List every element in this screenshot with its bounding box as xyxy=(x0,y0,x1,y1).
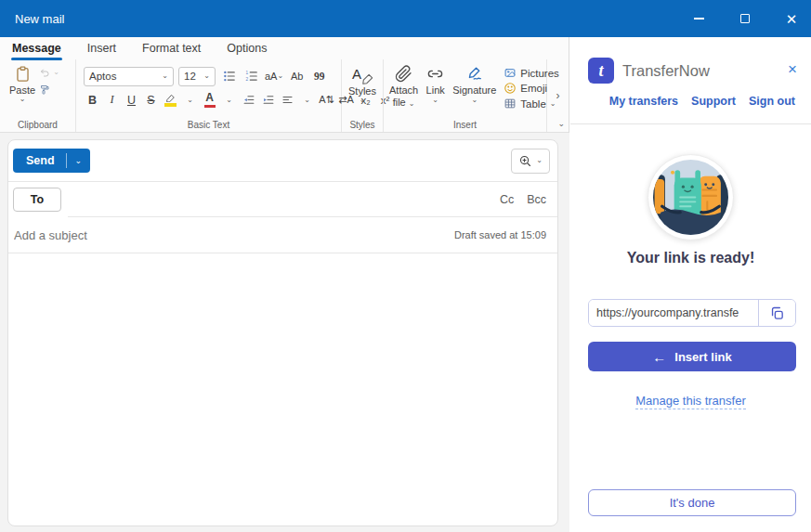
its-done-button[interactable]: It's done xyxy=(588,489,796,516)
decrease-indent-icon xyxy=(242,94,256,106)
chevron-down-icon: ⌄ xyxy=(20,96,26,103)
send-options-dropdown[interactable]: ⌄ xyxy=(67,156,91,165)
signature-icon xyxy=(464,65,485,83)
highlight-dropdown[interactable]: ⌄ xyxy=(181,90,199,110)
left-arrow-icon: ← xyxy=(652,349,666,365)
styles-group-label: Styles xyxy=(342,120,383,130)
font-name-select[interactable]: Aptos ⌄ xyxy=(84,67,174,86)
to-button[interactable]: To xyxy=(13,188,61,212)
chevron-down-icon: ⌄ xyxy=(203,72,210,80)
insert-link-label: Insert link xyxy=(674,350,731,364)
close-icon: × xyxy=(788,60,797,78)
message-body[interactable] xyxy=(8,253,557,526)
send-row: Send ⌄ ⌄ xyxy=(8,140,557,182)
change-case-button[interactable]: aA⌄ xyxy=(265,67,283,86)
ribbon-tabs: Message Insert Format text Options xyxy=(0,37,569,59)
window-title: New mail xyxy=(15,12,64,26)
align-dropdown[interactable]: ⌄ xyxy=(298,90,316,110)
pictures-icon xyxy=(504,67,517,79)
send-split-button[interactable]: Send ⌄ xyxy=(13,149,90,173)
attach-file-button[interactable]: Attachfile ⌄ xyxy=(389,65,418,110)
share-link-input[interactable] xyxy=(589,300,758,326)
paste-button[interactable]: Paste ⌄ xyxy=(9,65,35,103)
clipboard-icon xyxy=(14,65,32,84)
change-case-label: aA xyxy=(265,71,277,82)
copy-link-button[interactable] xyxy=(758,300,795,326)
format-painter-button[interactable] xyxy=(39,84,59,97)
paperclip-icon xyxy=(395,65,412,83)
chevron-down-icon: ⌄ xyxy=(53,69,59,76)
line-spacing-icon: A⇅ xyxy=(319,94,334,106)
subject-row: Draft saved at 15:09 xyxy=(8,217,557,253)
italic-button[interactable]: I xyxy=(103,90,121,110)
compose-region: Message Insert Format text Options Paste… xyxy=(0,37,569,532)
bcc-button[interactable]: Bcc xyxy=(527,193,546,206)
undo-button[interactable]: ⌄ xyxy=(39,67,59,78)
insert-link-button[interactable]: ← Insert link xyxy=(588,342,796,371)
align-icon xyxy=(281,95,294,106)
line-spacing-button[interactable]: A⇅ xyxy=(318,90,335,110)
ribbon-overflow: › ⌄ xyxy=(547,59,569,132)
blockquote-button[interactable]: 99 xyxy=(310,67,328,86)
emoji-label: Emoji xyxy=(520,83,547,94)
nav-support[interactable]: Support xyxy=(691,95,736,108)
chevron-down-icon: ⌄ xyxy=(162,72,168,80)
chevron-down-icon: ⌄ xyxy=(75,156,83,165)
font-color-button[interactable]: A xyxy=(201,90,218,110)
numbered-list-button[interactable]: 12 xyxy=(242,67,260,86)
nav-my-transfers[interactable]: My transfers xyxy=(609,95,678,108)
increase-indent-icon xyxy=(261,94,276,106)
strikethrough-button[interactable]: S xyxy=(142,90,160,110)
close-icon: ✕ xyxy=(786,12,798,26)
chevron-down-icon: ⌄ xyxy=(536,157,543,164)
draft-status: Draft saved at 15:09 xyxy=(454,229,546,240)
ribbon-overflow-button[interactable]: › xyxy=(556,89,560,102)
tab-format-text[interactable]: Format text xyxy=(141,39,202,58)
increase-indent-button[interactable] xyxy=(259,90,277,110)
clear-formatting-button[interactable]: Ab xyxy=(288,67,306,86)
manage-transfer-link[interactable]: Manage this transfer xyxy=(635,394,746,409)
signature-button[interactable]: Signature ⌄ xyxy=(452,65,496,110)
nav-sign-out[interactable]: Sign out xyxy=(749,95,795,108)
recipients-row: To Cc Bcc xyxy=(8,182,557,216)
bullet-list-button[interactable] xyxy=(220,67,238,86)
subject-input[interactable] xyxy=(14,228,293,242)
link-button[interactable]: Link ⌄ xyxy=(425,65,445,110)
font-name-value: Aptos xyxy=(89,71,116,82)
tab-insert[interactable]: Insert xyxy=(86,39,117,58)
chevron-down-icon: ⌄ xyxy=(360,97,366,104)
decrease-indent-button[interactable] xyxy=(240,90,257,110)
font-size-select[interactable]: 12 ⌄ xyxy=(178,67,216,86)
align-button[interactable] xyxy=(279,90,296,110)
bullet-list-icon xyxy=(222,70,237,83)
maximize-button[interactable] xyxy=(733,6,757,31)
highlight-button[interactable] xyxy=(162,90,179,110)
panel-close-button[interactable]: × xyxy=(788,61,797,77)
underline-button[interactable]: U xyxy=(123,90,140,110)
tab-options[interactable]: Options xyxy=(226,39,268,58)
styles-button[interactable]: A Styles ⌄ xyxy=(342,59,383,104)
send-button[interactable]: Send xyxy=(13,154,66,167)
its-done-label: It's done xyxy=(670,496,715,510)
panel-title: TransferNow xyxy=(622,62,710,80)
font-color-dropdown[interactable]: ⌄ xyxy=(220,90,238,110)
bold-button[interactable]: B xyxy=(84,90,101,110)
format-painter-icon xyxy=(39,84,50,97)
cc-button[interactable]: Cc xyxy=(500,193,514,206)
share-link-box xyxy=(588,299,796,327)
basic-text-group-label: Basic Text xyxy=(76,120,341,130)
insert-group-label: Insert xyxy=(384,120,546,130)
zoom-in-icon xyxy=(518,154,532,168)
copy-icon xyxy=(769,305,785,321)
transfernow-logo: t xyxy=(588,58,614,84)
zoom-control[interactable]: ⌄ xyxy=(511,149,550,174)
collapse-ribbon-button[interactable]: ⌄ xyxy=(557,119,565,128)
titlebar: New mail ✕ xyxy=(0,0,811,37)
maximize-icon xyxy=(740,14,750,23)
chevron-down-icon: ⌄ xyxy=(432,97,438,104)
minimize-icon xyxy=(694,18,704,19)
tab-message[interactable]: Message xyxy=(11,39,62,58)
close-button[interactable]: ✕ xyxy=(779,6,804,31)
minimize-button[interactable] xyxy=(687,6,711,31)
transfer-illustration xyxy=(647,154,734,240)
